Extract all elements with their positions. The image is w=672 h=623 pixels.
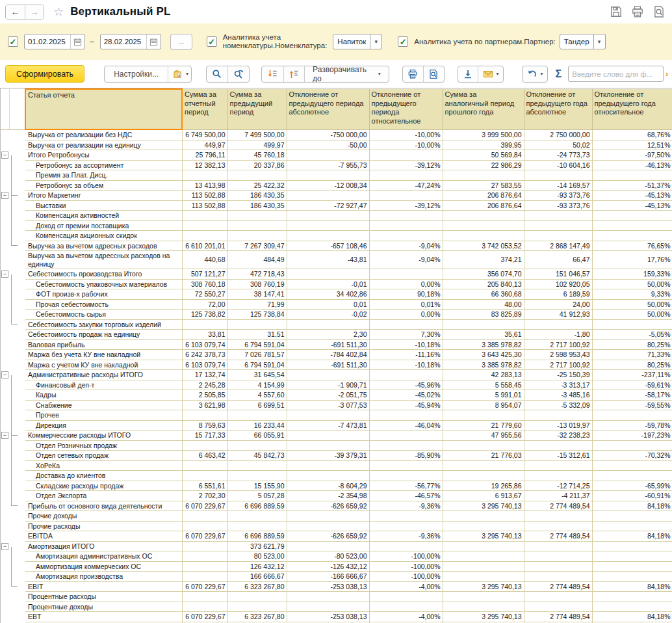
- value-cell[interactable]: [227, 521, 287, 531]
- value-cell[interactable]: 3 385 978,82: [443, 339, 524, 350]
- value-cell[interactable]: -1,80: [524, 330, 592, 340]
- value-cell[interactable]: -750 000,00: [287, 129, 369, 140]
- value-cell[interactable]: -93 373,76: [524, 200, 592, 211]
- value-cell[interactable]: -7 473,81: [287, 420, 369, 431]
- value-cell[interactable]: [369, 431, 443, 441]
- value-cell[interactable]: 7 499 500,00: [227, 129, 287, 140]
- generate-button[interactable]: Сформировать: [5, 65, 84, 83]
- row-label-cell[interactable]: EBIT: [25, 581, 182, 592]
- save-result-button[interactable]: [458, 66, 478, 82]
- value-cell[interactable]: [287, 541, 369, 551]
- value-cell[interactable]: -9,36%: [369, 531, 443, 542]
- value-cell[interactable]: -15 312,61: [524, 451, 592, 461]
- value-cell[interactable]: -10,18%: [369, 360, 443, 370]
- value-cell[interactable]: 399,95: [443, 140, 524, 150]
- value-cell[interactable]: 3 295 740,13: [443, 531, 524, 542]
- value-cell[interactable]: -0,02: [287, 310, 369, 320]
- row-label-cell[interactable]: Снабжение: [25, 400, 182, 410]
- value-cell[interactable]: -626 659,92: [287, 501, 369, 511]
- value-cell[interactable]: -59,78%: [592, 420, 672, 431]
- value-cell[interactable]: [524, 561, 592, 572]
- value-cell[interactable]: 308 760,18: [182, 279, 227, 289]
- value-cell[interactable]: -39 379,31: [287, 451, 369, 461]
- value-cell[interactable]: -626 659,92: [287, 531, 369, 542]
- value-cell[interactable]: 66 055,91: [227, 431, 287, 441]
- table-row[interactable]: Доход от премии поставщика: [1, 220, 672, 231]
- value-cell[interactable]: 151 046,57: [524, 269, 592, 280]
- expand-groups-button[interactable]: [283, 66, 304, 82]
- value-cell[interactable]: 125 738,82: [182, 310, 227, 320]
- value-cell[interactable]: -1 909,71: [287, 380, 369, 390]
- row-label-cell[interactable]: Доставка до клиентов: [25, 471, 182, 481]
- value-cell[interactable]: [287, 592, 369, 602]
- value-cell[interactable]: -691 511,30: [287, 360, 369, 370]
- value-cell[interactable]: 6 794 591,04: [227, 360, 287, 370]
- value-cell[interactable]: 484,49: [227, 251, 287, 269]
- back-button[interactable]: ←: [6, 5, 25, 19]
- period-more-button[interactable]: ...: [170, 34, 192, 50]
- value-cell[interactable]: [524, 572, 592, 582]
- value-cell[interactable]: 507 121,27: [182, 269, 227, 280]
- table-row[interactable]: −Коммерчесские расходы ИТОГО15 717,3366 …: [1, 431, 672, 441]
- value-cell[interactable]: [287, 431, 369, 441]
- value-cell[interactable]: 3 295 740,13: [443, 612, 524, 622]
- table-row[interactable]: Маржа с учетом КУ вне накладной6 103 079…: [1, 360, 672, 370]
- value-cell[interactable]: [369, 541, 443, 551]
- value-cell[interactable]: 25 796,11: [182, 150, 227, 161]
- value-cell[interactable]: 6 070 229,67: [182, 612, 227, 622]
- favorite-star-icon[interactable]: ☆: [53, 6, 64, 18]
- row-label-cell[interactable]: Процентные расходы: [25, 592, 182, 602]
- value-cell[interactable]: [287, 220, 369, 231]
- value-cell[interactable]: [287, 440, 369, 451]
- table-row[interactable]: Финансовый деп-т2 245,284 154,99-1 909,7…: [1, 380, 672, 390]
- value-cell[interactable]: 9,33%: [592, 289, 672, 300]
- row-label-cell[interactable]: Ретробонус за ассортимент: [25, 160, 182, 170]
- value-cell[interactable]: 15 155,90: [227, 481, 287, 491]
- value-cell[interactable]: [592, 410, 672, 421]
- table-row[interactable]: Амортизация производства166 666,67-166 6…: [1, 572, 672, 582]
- row-label-cell[interactable]: Себестоимость закупки торговых изделий: [25, 319, 182, 330]
- value-cell[interactable]: 6 551,61: [182, 481, 227, 491]
- value-cell[interactable]: 27 583,55: [443, 180, 524, 191]
- value-cell[interactable]: -100,00%: [369, 551, 443, 562]
- value-cell[interactable]: 21 776,03: [443, 451, 524, 461]
- row-label-cell[interactable]: Финансовый деп-т: [25, 380, 182, 390]
- value-cell[interactable]: [287, 211, 369, 221]
- table-row[interactable]: Себестоимость сырья125 738,82125 738,84-…: [1, 310, 672, 320]
- table-row[interactable]: Прочие расходы: [1, 521, 672, 531]
- value-cell[interactable]: 2 717 100,92: [524, 339, 592, 350]
- value-cell[interactable]: -100,00%: [369, 561, 443, 572]
- value-cell[interactable]: [227, 220, 287, 231]
- value-cell[interactable]: [592, 561, 672, 572]
- row-label-cell[interactable]: Себестоимость производства Итого: [25, 269, 182, 280]
- value-cell[interactable]: 7 026 781,57: [227, 350, 287, 360]
- table-row[interactable]: Выручка за вычетом адрессных расходов на…: [1, 251, 672, 269]
- value-cell[interactable]: [592, 460, 672, 471]
- value-cell[interactable]: [443, 211, 524, 221]
- value-cell[interactable]: [227, 440, 287, 451]
- partner-checkbox[interactable]: ✓: [398, 36, 408, 47]
- value-cell[interactable]: [443, 541, 524, 551]
- value-cell[interactable]: -46,57%: [369, 491, 443, 501]
- value-cell[interactable]: [227, 319, 287, 330]
- table-row[interactable]: Выручка за вычетом адресных расходов6 61…: [1, 241, 672, 251]
- value-cell[interactable]: 6 699,51: [227, 400, 287, 410]
- row-label-cell[interactable]: Отдел Розничных продаж: [25, 440, 182, 451]
- value-cell[interactable]: 6 070 229,67: [182, 581, 227, 592]
- row-label-cell[interactable]: Амортизация административных ОС: [25, 551, 182, 562]
- sum-sigma-button[interactable]: Σ: [556, 68, 562, 80]
- calendar-icon[interactable]: [146, 34, 161, 49]
- value-cell[interactable]: 6 323 267,80: [227, 612, 287, 622]
- value-cell[interactable]: 31 645,54: [227, 370, 287, 380]
- value-cell[interactable]: [369, 220, 443, 231]
- value-cell[interactable]: 80,25%: [592, 339, 672, 350]
- row-label-cell[interactable]: Отдел Экспорта: [25, 491, 182, 501]
- value-cell[interactable]: -10,18%: [369, 339, 443, 350]
- value-cell[interactable]: -60,91%: [592, 491, 672, 501]
- send-mail-button[interactable]: ▾: [478, 66, 503, 82]
- value-cell[interactable]: 72,00: [182, 299, 227, 310]
- value-cell[interactable]: 0,01: [287, 299, 369, 310]
- row-label-cell[interactable]: Ретробонус за объем: [25, 180, 182, 191]
- print-preview-button[interactable]: [423, 66, 444, 82]
- value-cell[interactable]: -45,13%: [592, 191, 672, 201]
